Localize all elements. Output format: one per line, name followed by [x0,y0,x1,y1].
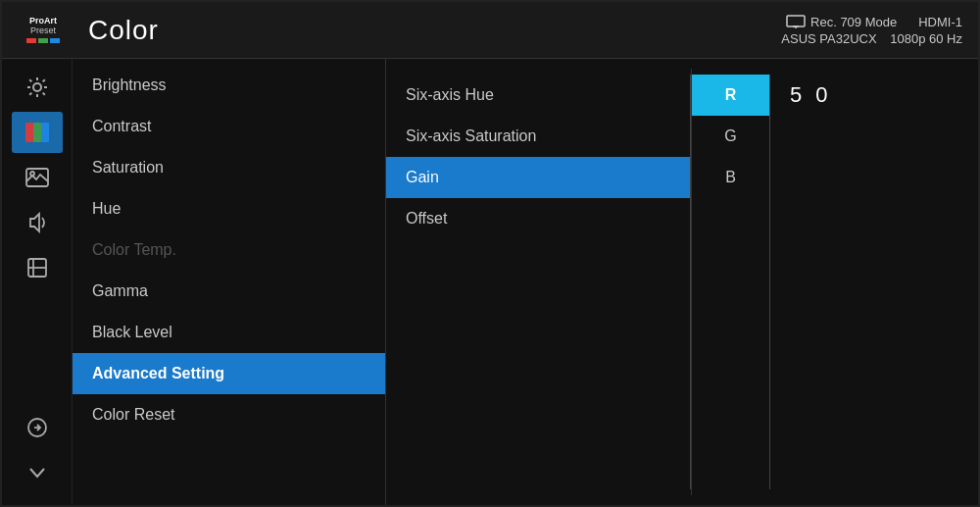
sidebar-icon-color[interactable] [12,112,63,153]
header-right: Rec. 709 Mode HDMI-1 ASUS PA32UCX 1080p … [781,15,962,46]
color-channel-r[interactable]: R [692,75,769,116]
sidebar-icon-image[interactable] [12,157,63,198]
menu-item-colortemp: Color Temp. [73,229,385,271]
svg-line-10 [29,93,31,95]
main: Brightness Contrast Saturation Hue Color… [2,59,978,505]
menu-item-gamma[interactable]: Gamma [73,271,385,312]
svg-line-8 [29,79,31,81]
menu-item-contrast[interactable]: Contrast [73,106,385,147]
color-channels: R G B [691,69,769,495]
device-name: ASUS PA32UCX [781,31,876,46]
mode-label: Rec. 709 Mode [810,15,897,29]
svg-marker-17 [30,214,39,231]
left-menu: Brightness Contrast Saturation Hue Color… [73,59,386,505]
sidebar-icons [2,59,73,505]
monitor-icon [786,15,806,28]
logo: ProArt Preset [18,10,69,51]
header: ProArt Preset Color Rec. 709 Mode [2,2,978,59]
menu-item-hue[interactable]: Hue [73,188,385,229]
menu-item-blacklevel[interactable]: Black Level [73,312,385,353]
header-mode: Rec. 709 Mode HDMI-1 [786,15,962,29]
logo-bar-blue [50,38,60,43]
svg-point-16 [30,172,34,176]
value-display: 5 0 [770,69,852,495]
sidebar-icon-settings[interactable] [12,247,63,288]
sidebar-icon-sound[interactable] [12,202,63,243]
submenu-item-gain[interactable]: Gain [386,157,690,198]
logo-text-bottom: Preset [30,26,56,36]
svg-rect-13 [33,123,41,142]
current-value: 5 0 [790,82,832,108]
color-channel-b[interactable]: B [692,157,769,198]
menu-item-saturation[interactable]: Saturation [73,147,385,188]
submenu: Six-axis Hue Six-axis Saturation Gain Of… [386,69,690,495]
svg-point-3 [33,83,41,91]
resolution: 1080p 60 Hz [890,31,962,46]
logo-bars [26,38,60,43]
svg-rect-14 [41,123,49,142]
svg-line-9 [42,93,44,95]
svg-rect-12 [25,123,33,142]
menu-item-colorreset[interactable]: Color Reset [73,394,385,435]
logo-bar-green [38,38,48,43]
submenu-item-sixaxissat[interactable]: Six-axis Saturation [386,116,690,157]
submenu-item-sixaxishue[interactable]: Six-axis Hue [386,75,690,116]
svg-rect-0 [787,16,805,26]
svg-line-11 [42,79,44,81]
input-label: HDMI-1 [918,15,962,29]
color-channel-g[interactable]: G [692,116,769,157]
menu-item-brightness[interactable]: Brightness [73,65,385,106]
logo-bar-red [26,38,36,43]
sidebar-icon-input[interactable] [12,407,63,448]
sidebar-icon-down[interactable] [12,452,63,493]
header-device: ASUS PA32UCX 1080p 60 Hz [781,31,962,46]
screen: ProArt Preset Color Rec. 709 Mode [0,0,980,507]
content: Six-axis Hue Six-axis Saturation Gain Of… [386,59,978,505]
page-title: Color [88,15,781,46]
submenu-item-offset[interactable]: Offset [386,198,690,239]
menu-item-advancedsetting[interactable]: Advanced Setting [73,353,385,394]
sidebar-icon-brightness[interactable] [12,67,63,108]
